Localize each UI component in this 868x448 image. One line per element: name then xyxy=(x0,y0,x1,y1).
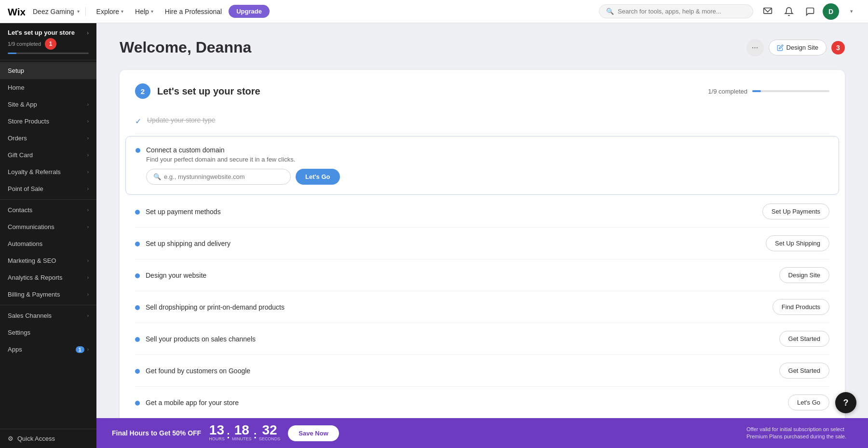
task-google-label: Get found by customers on Google xyxy=(146,367,250,375)
design-site-button[interactable]: Design Site xyxy=(769,40,827,55)
task-payments-left: Set up payment methods xyxy=(135,208,221,216)
setup-progress-text: 1/9 completed xyxy=(8,41,41,47)
task-dot-mobile-icon xyxy=(135,401,140,406)
notifications-icon-btn[interactable] xyxy=(780,3,798,20)
timer-colon-1: : xyxy=(227,429,230,443)
sidebar-item-pos[interactable]: Point of Sale › xyxy=(0,180,96,197)
setup-header[interactable]: Let's set up your store › 1/9 completed … xyxy=(0,23,96,58)
explore-link[interactable]: Explore ▾ xyxy=(92,5,128,18)
sidebar-item-loyalty[interactable]: Loyalty & Referrals › xyxy=(0,163,96,180)
task-domain-header: Connect a custom domain Find your perfec… xyxy=(136,146,340,185)
setup-card-title-row: 2 Let's set up your store xyxy=(135,83,260,99)
sidebar-chevron-analytics-icon: › xyxy=(87,275,89,280)
sidebar-chevron-store-products-icon: › xyxy=(87,119,89,124)
avatar-chevron-icon[interactable]: ▾ xyxy=(843,3,860,20)
brand-selector[interactable]: Deez Gaming ▾ xyxy=(33,8,80,15)
lets-go-mobile-button[interactable]: Let's Go xyxy=(788,394,829,410)
sidebar-item-setup[interactable]: Setup xyxy=(0,62,96,79)
sidebar-item-contacts[interactable]: Contacts › xyxy=(0,202,96,218)
setup-card-progress-bar xyxy=(752,90,829,92)
setup-card-header: 2 Let's set up your store 1/9 completed xyxy=(135,83,829,99)
wix-logo: Wix xyxy=(8,6,25,17)
messages-icon-btn[interactable] xyxy=(759,3,776,20)
banner-timer: 13 Hours : 18 Minutes : 32 Seconds xyxy=(209,423,280,443)
quick-access[interactable]: ⚙ Quick Access xyxy=(0,429,96,448)
setup-payments-button[interactable]: Set Up Payments xyxy=(762,204,829,219)
setup-header-title: Let's set up your store xyxy=(8,29,75,36)
task-row[interactable]: ✓ Update your store type xyxy=(135,109,829,134)
sidebar-chevron-apps-icon: › xyxy=(87,347,89,352)
task-row-shipping[interactable]: Set up shipping and delivery Set Up Ship… xyxy=(135,228,829,259)
search-bar[interactable]: 🔍 xyxy=(599,4,753,18)
save-now-button[interactable]: Save Now xyxy=(288,425,339,441)
design-site-task-button[interactable]: Design Site xyxy=(779,267,829,283)
sidebar-chevron-comms-icon: › xyxy=(87,224,89,230)
task-row-dropshipping[interactable]: Sell dropshipping or print-on-demand pro… xyxy=(135,291,829,323)
timer-minutes-label: Minutes xyxy=(232,437,252,443)
sidebar-item-loyalty-label: Loyalty & Referrals xyxy=(8,168,61,176)
sidebar-item-settings[interactable]: Settings xyxy=(0,324,96,341)
task-row-mobile[interactable]: Get a mobile app for your store Let's Go xyxy=(135,387,829,418)
help-link[interactable]: Help ▾ xyxy=(130,5,158,18)
setup-shipping-button[interactable]: Set Up Shipping xyxy=(766,235,829,251)
task-row-sales-channels[interactable]: Sell your products on sales channels Get… xyxy=(135,323,829,355)
search-input[interactable] xyxy=(618,8,746,15)
sidebar-item-home[interactable]: Home xyxy=(0,79,96,96)
sidebar-chevron-pos-icon: › xyxy=(87,186,89,191)
find-products-button[interactable]: Find Products xyxy=(773,299,829,315)
sidebar-item-marketing[interactable]: Marketing & SEO › xyxy=(0,252,96,269)
more-options-button[interactable]: ··· xyxy=(746,39,764,56)
sidebar-item-pos-label: Point of Sale xyxy=(8,185,43,192)
notification-badge: 3 xyxy=(831,41,845,54)
hire-link[interactable]: Hire a Professional xyxy=(160,5,227,18)
task-row-connect-domain[interactable]: Connect a custom domain Find your perfec… xyxy=(125,136,839,195)
sidebar-progress-bar xyxy=(8,53,16,54)
timer-seconds-seg: 32 Seconds xyxy=(259,423,281,443)
get-started-sales-button[interactable]: Get Started xyxy=(779,331,829,347)
upgrade-button[interactable]: Upgrade xyxy=(229,5,270,18)
banner-offer-text: Offer valid for initial subscription on … xyxy=(746,426,853,441)
sidebar-item-apps[interactable]: Apps 1 › xyxy=(0,341,96,358)
sidebar-chevron-loyalty-icon: › xyxy=(87,169,89,175)
svg-text:Wix: Wix xyxy=(8,6,25,17)
sidebar-item-site-app[interactable]: Site & App › xyxy=(0,96,96,113)
quick-access-label: Quick Access xyxy=(17,435,55,442)
chat-icon-btn[interactable] xyxy=(801,3,819,20)
pencil-icon xyxy=(777,44,784,51)
sidebar-item-contacts-label: Contacts xyxy=(8,206,32,214)
sidebar-item-billing[interactable]: Billing & Payments › xyxy=(0,286,96,303)
sidebar-item-communications[interactable]: Communications › xyxy=(0,218,96,235)
task-row-design[interactable]: Design your website Design Site xyxy=(135,259,829,291)
task-list: ✓ Update your store type Connect a custo… xyxy=(135,109,829,418)
sidebar-item-orders[interactable]: Orders › xyxy=(0,130,96,147)
avatar[interactable]: D xyxy=(823,3,839,20)
task-mobile-left: Get a mobile app for your store xyxy=(135,399,239,407)
top-nav: Wix Deez Gaming ▾ Explore ▾ Help ▾ Hire … xyxy=(0,0,868,23)
sidebar-item-home-label: Home xyxy=(8,84,25,91)
task-row-google[interactable]: Get found by customers on Google Get Sta… xyxy=(135,355,829,387)
sidebar-item-analytics[interactable]: Analytics & Reports › xyxy=(0,269,96,286)
sidebar-item-sales-channels[interactable]: Sales Channels › xyxy=(0,307,96,324)
lets-go-button[interactable]: Let's Go xyxy=(296,169,340,185)
sidebar-item-settings-label: Settings xyxy=(8,329,30,336)
sidebar-chevron-sales-icon: › xyxy=(87,313,89,318)
task-dot-payments-icon xyxy=(135,210,140,215)
task-row-payments[interactable]: Set up payment methods Set Up Payments xyxy=(135,196,829,228)
get-started-google-button[interactable]: Get Started xyxy=(779,363,829,379)
main-content: Welcome, Deanna ··· Design Site 3 2 Let'… xyxy=(96,23,868,448)
sidebar-item-automations[interactable]: Automations xyxy=(0,235,96,252)
sidebar-item-gift-card[interactable]: Gift Card › xyxy=(0,147,96,163)
help-fab-button[interactable]: ? xyxy=(835,392,856,413)
page-title: Welcome, Deanna xyxy=(120,39,251,56)
domain-input[interactable] xyxy=(164,173,284,180)
sidebar: Let's set up your store › 1/9 completed … xyxy=(0,23,96,448)
sidebar-item-gift-card-label: Gift Card xyxy=(8,151,33,159)
sidebar-item-store-products[interactable]: Store Products › xyxy=(0,113,96,130)
domain-input-wrapper[interactable]: 🔍 xyxy=(146,169,291,185)
sidebar-item-marketing-label: Marketing & SEO xyxy=(8,257,56,264)
timer-seconds: 32 xyxy=(262,423,277,437)
setup-card-badge: 2 xyxy=(135,83,150,99)
task-shipping-label: Set up shipping and delivery xyxy=(146,240,231,247)
task-domain-input-row: 🔍 Let's Go xyxy=(146,169,340,185)
page-header: Welcome, Deanna ··· Design Site 3 xyxy=(120,39,845,56)
